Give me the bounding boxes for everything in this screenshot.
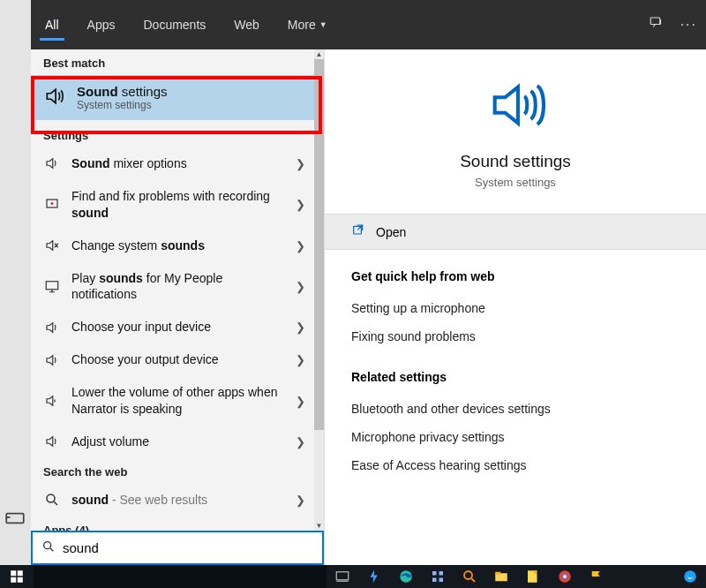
tab-documents[interactable]: Documents <box>129 0 220 49</box>
result-label: Play sounds for My People notifications <box>71 270 285 304</box>
svg-point-24 <box>563 575 567 578</box>
settings-result[interactable]: Lower the volume of other apps when Narr… <box>31 376 314 426</box>
tab-all[interactable]: All <box>31 0 73 49</box>
result-label: Adjust volume <box>71 433 285 450</box>
quick-help-link[interactable]: Fixing sound problems <box>351 322 680 351</box>
taskbar-app-round[interactable] <box>674 565 706 588</box>
gutter-input-icon[interactable] <box>4 507 26 530</box>
taskbar <box>0 565 706 588</box>
settings-result[interactable]: Change system sounds❯ <box>31 230 314 262</box>
result-label: Change system sounds <box>71 237 285 254</box>
result-label: Lower the volume of other apps when Narr… <box>71 384 285 418</box>
search-box[interactable] <box>31 531 324 565</box>
search-web-heading: Search the web <box>31 458 314 484</box>
more-options-icon[interactable]: ··· <box>680 17 697 33</box>
open-action[interactable]: Open <box>325 214 706 250</box>
settings-result[interactable]: Adjust volume❯ <box>31 426 314 458</box>
feedback-icon[interactable] <box>649 15 665 34</box>
best-match-subtitle: System settings <box>77 99 168 111</box>
scroll-up-arrow[interactable]: ▲ <box>314 49 324 59</box>
result-label: Choose your output device <box>71 351 285 368</box>
taskbar-app-bolt[interactable] <box>358 565 390 588</box>
quick-help-heading: Get quick help from web <box>351 269 680 283</box>
search-input[interactable] <box>63 540 313 555</box>
best-match-heading: Best match <box>31 49 314 75</box>
record-icon <box>43 197 61 213</box>
taskbar-app-chrome[interactable] <box>549 565 581 588</box>
search-header: All Apps Documents Web More ▼ ··· <box>31 0 706 49</box>
speaker-icon <box>43 320 61 335</box>
settings-result[interactable]: Sound mixer options❯ <box>31 147 314 180</box>
svg-rect-15 <box>439 571 444 576</box>
speaker-icon <box>43 85 66 111</box>
related-link[interactable]: Microphone privacy settings <box>351 423 680 451</box>
svg-rect-1 <box>6 514 24 524</box>
taskbar-app-edge[interactable] <box>390 565 422 588</box>
chevron-right-icon: ❯ <box>296 198 305 211</box>
low-icon <box>43 393 61 409</box>
open-icon <box>351 223 365 240</box>
result-label: Find and fix problems with recording sou… <box>71 188 285 222</box>
best-match-title: Sound settings <box>77 84 168 99</box>
screen-icon <box>43 278 61 294</box>
chevron-right-icon: ❯ <box>296 395 305 408</box>
settings-heading: Settings <box>31 125 314 147</box>
speaker-icon <box>43 155 61 171</box>
results-scrollbar-thumb[interactable] <box>314 59 324 430</box>
chevron-right-icon: ❯ <box>296 494 305 507</box>
taskbar-app-taskview[interactable] <box>327 565 358 588</box>
apps-heading: Apps (4) <box>31 516 314 531</box>
svg-rect-9 <box>18 570 23 576</box>
svg-rect-14 <box>432 571 437 576</box>
settings-result[interactable]: Choose your input device❯ <box>31 311 314 343</box>
svg-point-5 <box>47 494 55 502</box>
taskbar-app-notes[interactable] <box>517 565 549 588</box>
chevron-right-icon: ❯ <box>296 353 305 366</box>
mute-icon <box>43 237 61 253</box>
preview-title: Sound settings <box>325 152 706 171</box>
related-link[interactable]: Ease of Access hearing settings <box>351 451 680 479</box>
taskbar-app-flag[interactable] <box>581 565 612 588</box>
svg-point-6 <box>44 541 51 548</box>
taskbar-app-grid[interactable] <box>422 565 454 588</box>
svg-rect-17 <box>439 578 444 583</box>
taskbar-app-explorer[interactable] <box>485 565 517 588</box>
search-icon <box>41 539 56 557</box>
chevron-right-icon: ❯ <box>296 239 305 253</box>
chevron-right-icon: ❯ <box>296 280 305 293</box>
search-scope-tabs: All Apps Documents Web More ▼ <box>31 0 342 49</box>
scroll-down-arrow[interactable]: ▼ <box>314 521 324 531</box>
svg-rect-8 <box>11 570 16 576</box>
settings-result[interactable]: Choose your output device❯ <box>31 343 314 376</box>
taskbar-app-search[interactable] <box>454 565 485 588</box>
speaker-icon <box>43 352 61 368</box>
svg-point-3 <box>51 202 54 205</box>
settings-result[interactable]: Play sounds for My People notifications❯ <box>31 262 314 312</box>
tab-apps[interactable]: Apps <box>73 0 130 49</box>
best-match-result[interactable]: Sound settings System settings <box>31 75 314 120</box>
left-gutter <box>0 49 31 565</box>
open-label: Open <box>376 225 406 239</box>
svg-rect-11 <box>18 577 23 583</box>
chevron-right-icon: ❯ <box>296 157 305 170</box>
related-link[interactable]: Bluetooth and other devices settings <box>351 395 680 423</box>
svg-rect-0 <box>650 18 660 25</box>
tab-web[interactable]: Web <box>220 0 274 49</box>
web-result[interactable]: sound - See web results ❯ <box>31 484 314 516</box>
results-panel: Best match Sound settings System setting… <box>31 49 325 565</box>
svg-rect-10 <box>11 577 16 583</box>
speaker-icon <box>43 433 61 449</box>
svg-rect-12 <box>336 572 349 580</box>
start-button[interactable] <box>0 565 34 588</box>
chevron-right-icon: ❯ <box>296 435 305 449</box>
result-label: Choose your input device <box>71 319 285 335</box>
svg-rect-16 <box>432 578 437 583</box>
svg-point-18 <box>464 571 472 579</box>
settings-result[interactable]: Find and fix problems with recording sou… <box>31 180 314 230</box>
search-icon <box>43 492 61 508</box>
tab-more[interactable]: More ▼ <box>274 0 342 49</box>
chevron-right-icon: ❯ <box>296 320 305 334</box>
quick-help-link[interactable]: Setting up a microphone <box>351 294 680 322</box>
svg-rect-20 <box>495 572 500 575</box>
svg-point-25 <box>684 570 696 583</box>
